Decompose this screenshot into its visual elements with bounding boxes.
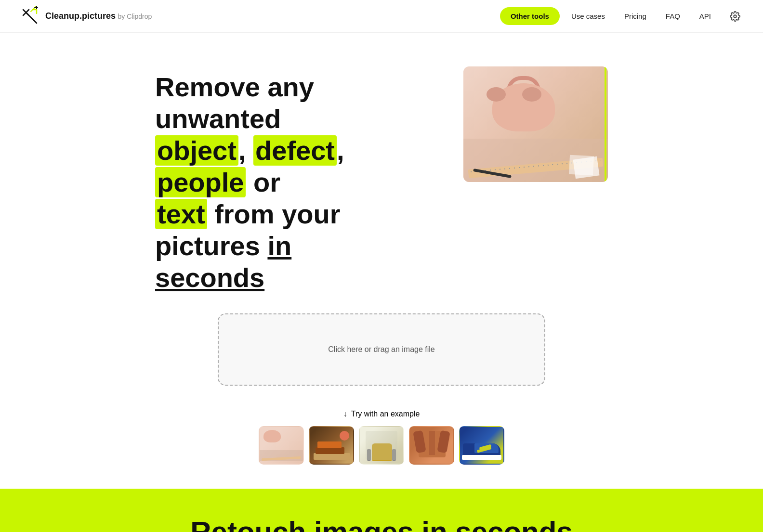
hero-headline: Remove any unwanted object, defect, peop… — [155, 71, 425, 294]
example-thumb-5[interactable] — [459, 426, 504, 465]
logo-by: by Clipdrop — [118, 13, 152, 20]
pricing-link[interactable]: Pricing — [617, 8, 654, 24]
use-cases-link[interactable]: Use cases — [564, 8, 613, 24]
examples-label: ↓ Try with an example — [343, 410, 420, 418]
arrow-down-icon: ↓ — [343, 410, 347, 418]
nav-links: Other tools Use cases Pricing FAQ API — [500, 7, 744, 25]
logo-text: Cleanup.pictures — [45, 11, 116, 21]
examples-row — [259, 426, 504, 465]
example-thumb-1[interactable] — [259, 426, 304, 465]
hero-word-people: people — [155, 167, 246, 197]
gear-icon — [730, 11, 740, 22]
other-tools-button[interactable]: Other tools — [500, 7, 560, 25]
example-thumb-3[interactable] — [359, 426, 404, 465]
hero-seconds: seconds — [155, 262, 264, 293]
svg-point-0 — [734, 15, 737, 18]
examples-section: ↓ Try with an example — [0, 400, 763, 489]
example-thumb-4[interactable] — [409, 426, 454, 465]
hero-word-defect: defect — [253, 135, 337, 166]
examples-label-text: Try with an example — [351, 410, 420, 418]
logo-brand: Cleanup.pictures by Clipdrop — [45, 11, 152, 21]
logo-area: Cleanup.pictures by Clipdrop — [19, 6, 500, 27]
hero-word-text: text — [155, 199, 207, 229]
drop-zone[interactable]: Click here or drag an image file — [218, 313, 545, 386]
settings-button[interactable] — [726, 8, 744, 25]
hero-in: in — [267, 231, 291, 261]
hero-word-or: or — [253, 167, 280, 197]
navbar: Cleanup.pictures by Clipdrop Other tools… — [0, 0, 763, 33]
product-photo — [463, 66, 608, 182]
api-link[interactable]: API — [692, 8, 719, 24]
hero-image — [463, 66, 608, 182]
faq-link[interactable]: FAQ — [658, 8, 688, 24]
hero-comma2: , — [337, 135, 344, 166]
logo-icon — [19, 6, 40, 27]
green-headline: Retouch images in seconds — [190, 518, 573, 532]
hero-comma1: , — [238, 135, 246, 166]
hero-line1: Remove any unwanted — [155, 72, 314, 134]
drop-section: Click here or drag an image file — [0, 313, 763, 400]
example-thumb-2[interactable] — [309, 426, 354, 465]
drop-zone-label: Click here or drag an image file — [328, 345, 434, 354]
hero-word-object: object — [155, 135, 238, 166]
hero-section: Remove any unwanted object, defect, peop… — [0, 33, 763, 313]
green-section: Retouch images in seconds — [0, 489, 763, 532]
hero-text: Remove any unwanted object, defect, peop… — [155, 66, 425, 294]
